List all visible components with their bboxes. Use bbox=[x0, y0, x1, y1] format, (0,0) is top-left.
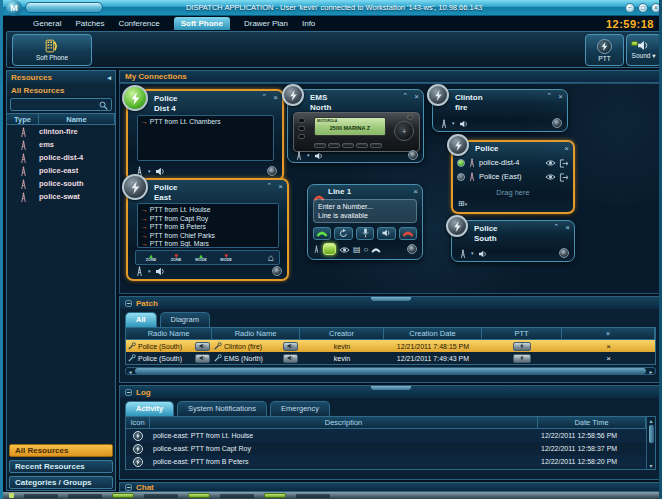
radio-status-icon[interactable] bbox=[122, 85, 148, 111]
monitor-eye-icon[interactable] bbox=[339, 240, 350, 258]
delete-patch-icon[interactable]: × bbox=[562, 354, 655, 363]
hangup-call-button[interactable] bbox=[399, 227, 417, 240]
patch-row[interactable]: Police (South) EMS (North) kevin 12/21/2… bbox=[126, 352, 655, 364]
tab-system-notifications[interactable]: System Notifications bbox=[177, 401, 267, 416]
remove-member-icon[interactable] bbox=[559, 168, 569, 186]
contacts-icon[interactable]: ▤ bbox=[353, 245, 361, 254]
widget-close-icon[interactable]: × bbox=[564, 144, 569, 153]
col-icon[interactable]: Icon bbox=[126, 417, 150, 429]
restore-icon[interactable]: □ bbox=[638, 3, 648, 13]
log-row[interactable]: police-east: PTT from B Peters 12/22/201… bbox=[126, 455, 655, 468]
radio-dpad[interactable]: ✛ bbox=[394, 121, 414, 141]
widget-police-patch-group[interactable]: Police × police-dist-4 Police (East) Dra… bbox=[451, 140, 575, 214]
source-dropdown-icon[interactable]: ▾ bbox=[452, 120, 455, 126]
menu-general[interactable]: General bbox=[33, 19, 61, 28]
widget-police-dist4[interactable]: Police Dist 4 ⌃ × →PTT from Lt. Chambers… bbox=[126, 89, 284, 181]
monitor-eye-icon[interactable] bbox=[545, 168, 556, 186]
volume-icon[interactable] bbox=[478, 244, 488, 262]
widget-police-east[interactable]: Police East ⌃ × →PTT from Lt. Houlse →PT… bbox=[126, 178, 289, 281]
collapse-section-icon[interactable]: − bbox=[125, 389, 132, 396]
select-source-icon[interactable] bbox=[459, 244, 467, 262]
collapse-panel-icon[interactable]: ◂ bbox=[107, 74, 111, 82]
mode-up-button[interactable]: ▲ MODE bbox=[191, 252, 211, 263]
col-creator[interactable]: Creator bbox=[300, 328, 384, 340]
radio-softkey[interactable] bbox=[370, 143, 382, 148]
menu-soft-phone[interactable]: Soft Phone bbox=[174, 17, 230, 30]
col-description[interactable]: Description bbox=[150, 417, 538, 429]
source-dropdown-icon[interactable]: ▾ bbox=[148, 268, 151, 274]
drop-target-hint[interactable]: Drag here bbox=[453, 188, 573, 197]
patch-row-selected[interactable]: Police (South) Clinton (fire) kevin 12/2… bbox=[126, 340, 655, 352]
resource-row[interactable]: ems bbox=[7, 138, 115, 151]
col-ptt[interactable]: PTT bbox=[482, 328, 562, 340]
menu-drawer-plan[interactable]: Drawer Plan bbox=[244, 19, 288, 28]
answer-call-button[interactable] bbox=[313, 227, 331, 240]
widget-settings-icon[interactable] bbox=[559, 248, 569, 258]
widget-close-icon[interactable]: × bbox=[558, 92, 563, 101]
dialpad-button[interactable] bbox=[323, 243, 336, 255]
widget-close-icon[interactable]: × bbox=[278, 182, 283, 191]
volume-icon[interactable] bbox=[459, 114, 469, 132]
search-input[interactable] bbox=[14, 100, 99, 109]
scrollbar-thumb[interactable] bbox=[135, 368, 646, 374]
radio-knob[interactable] bbox=[407, 114, 413, 120]
radio-status-icon[interactable] bbox=[446, 215, 468, 237]
nav-recent-resources[interactable]: Recent Resources bbox=[9, 460, 113, 473]
widget-close-icon[interactable]: × bbox=[413, 187, 418, 196]
nav-all-resources[interactable]: All Resources bbox=[9, 444, 113, 457]
widget-settings-icon[interactable] bbox=[267, 166, 277, 176]
search-icon[interactable] bbox=[99, 96, 108, 114]
hold-call-button[interactable] bbox=[334, 227, 352, 240]
col-creation-date[interactable]: Creation Date bbox=[384, 328, 482, 340]
widget-shade-icon[interactable]: ⌃ bbox=[261, 93, 267, 101]
select-source-icon[interactable] bbox=[295, 146, 303, 164]
minimize-icon[interactable]: − bbox=[625, 3, 635, 13]
history-icon[interactable]: ○ bbox=[364, 245, 369, 254]
collapse-section-icon[interactable]: − bbox=[125, 300, 132, 307]
resource-search[interactable] bbox=[10, 98, 112, 111]
tab-emergency[interactable]: Emergency bbox=[270, 401, 330, 416]
resource-row[interactable]: police-swat bbox=[7, 190, 115, 203]
radio-status-icon[interactable] bbox=[122, 174, 148, 200]
mute-mic-button[interactable] bbox=[356, 227, 374, 240]
radio-softkey[interactable] bbox=[342, 143, 354, 148]
source-dropdown-icon[interactable]: ▾ bbox=[307, 152, 310, 158]
radio-mini-button[interactable] bbox=[283, 342, 298, 351]
patch-section-header[interactable]: − Patch bbox=[120, 297, 661, 309]
ptt-button[interactable]: PTT bbox=[585, 34, 624, 66]
radio-mini-button[interactable] bbox=[195, 342, 210, 351]
home-icon[interactable]: ⌂ bbox=[268, 252, 274, 263]
resource-row[interactable]: police-east bbox=[7, 164, 115, 177]
zone-down-button[interactable]: ▼ ZONE bbox=[166, 252, 186, 263]
patch-options-icon[interactable]: ⊞▾ bbox=[458, 192, 467, 210]
taskbar-item[interactable] bbox=[296, 494, 330, 498]
sound-button[interactable]: Sound ▾ bbox=[626, 34, 661, 66]
taskbar-item[interactable] bbox=[68, 494, 102, 498]
scroll-up-icon[interactable]: ▴ bbox=[649, 417, 652, 424]
col-radio-name-2[interactable]: Radio Name bbox=[212, 328, 300, 340]
monitor-eye-icon[interactable] bbox=[545, 154, 556, 172]
source-dropdown-icon[interactable]: ▾ bbox=[148, 168, 151, 174]
menu-info[interactable]: Info bbox=[302, 19, 315, 28]
taskbar-item[interactable] bbox=[144, 494, 178, 498]
phone-display[interactable]: Enter a Number... Line is available bbox=[313, 199, 417, 223]
patch-member-row[interactable]: Police (East) bbox=[457, 170, 569, 183]
volume-icon[interactable] bbox=[155, 262, 166, 280]
widget-ems-north[interactable]: EMS North ⌃ × MOTOROLA 2500 MARINA Z ✛ ▾ bbox=[287, 89, 424, 163]
patch-status-icon[interactable] bbox=[447, 134, 469, 156]
col-date-time[interactable]: Date Time bbox=[538, 417, 646, 429]
select-source-icon[interactable] bbox=[440, 114, 448, 132]
source-dropdown-icon[interactable]: ▾ bbox=[471, 250, 474, 256]
radio-side-button[interactable] bbox=[298, 118, 305, 123]
remove-member-icon[interactable] bbox=[559, 154, 569, 172]
menu-conference[interactable]: Conference bbox=[118, 19, 159, 28]
tab-activity[interactable]: Activity bbox=[125, 401, 174, 416]
close-icon[interactable]: × bbox=[651, 3, 661, 13]
col-radio-name-1[interactable]: Radio Name bbox=[126, 328, 212, 340]
taskbar-icon[interactable] bbox=[9, 493, 14, 498]
radio-side-button[interactable] bbox=[298, 126, 305, 131]
radio-mini-button[interactable] bbox=[195, 354, 210, 363]
resource-row[interactable]: police-south bbox=[7, 177, 115, 190]
scroll-right-icon[interactable]: ▸ bbox=[647, 368, 655, 375]
radio-softkey[interactable] bbox=[328, 143, 340, 148]
